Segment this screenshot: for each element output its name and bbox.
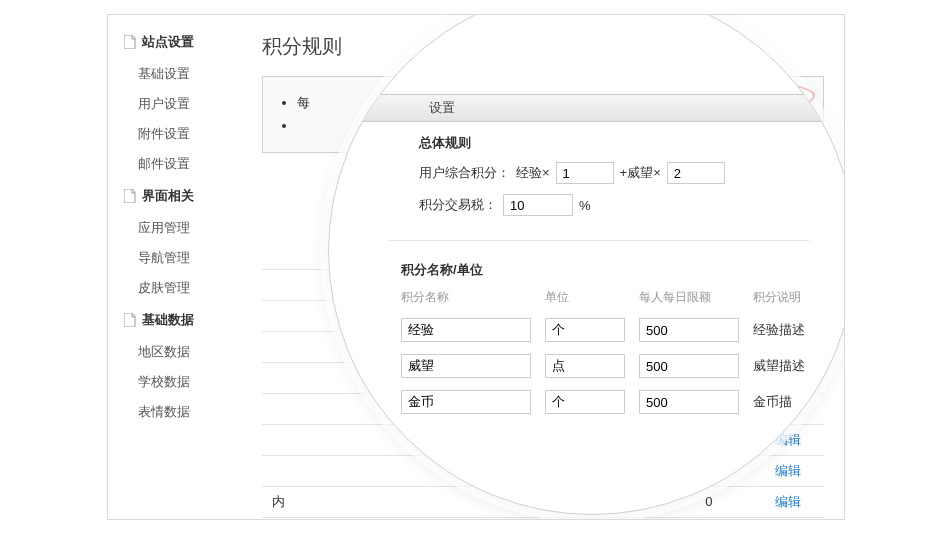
col-unit: 单位 xyxy=(545,289,625,306)
tax-row: 积分交易税： % xyxy=(389,194,809,216)
limit-input[interactable] xyxy=(639,390,739,414)
sidebar-group-title: 基础数据 xyxy=(142,311,194,329)
sidebar-item-basic[interactable]: 基础设置 xyxy=(108,59,238,89)
tax-input[interactable] xyxy=(503,194,573,216)
sidebar-item-app[interactable]: 应用管理 xyxy=(108,213,238,243)
col-desc: 积分说明 xyxy=(753,289,833,306)
name-input[interactable] xyxy=(401,390,531,414)
desc-text: 经验描述 xyxy=(753,321,833,339)
sidebar-group-title: 站点设置 xyxy=(142,33,194,51)
sidebar-group-site: 站点设置 xyxy=(108,25,238,59)
unit-input[interactable] xyxy=(545,390,625,414)
limit-input[interactable] xyxy=(639,318,739,342)
unit-input[interactable] xyxy=(545,354,625,378)
edit-link[interactable]: 编辑 xyxy=(765,486,825,517)
overall-rules-title: 总体规则 xyxy=(419,134,809,152)
prestige-weight-input[interactable] xyxy=(667,162,725,184)
magnifier-header: 设置 xyxy=(329,94,844,122)
names-title: 积分名称/单位 xyxy=(401,261,809,279)
sidebar-item-emoji[interactable]: 表情数据 xyxy=(108,397,238,427)
desc-text: 威望描述 xyxy=(753,357,833,375)
name-input[interactable] xyxy=(401,354,531,378)
sidebar-group-ui: 界面相关 xyxy=(108,179,238,213)
col-name: 积分名称 xyxy=(401,289,531,306)
sidebar-item-mail[interactable]: 邮件设置 xyxy=(108,149,238,179)
sidebar-item-school[interactable]: 学校数据 xyxy=(108,367,238,397)
sidebar-item-user[interactable]: 用户设置 xyxy=(108,89,238,119)
edit-link[interactable]: 编辑 xyxy=(765,455,825,486)
sidebar-item-nav[interactable]: 导航管理 xyxy=(108,243,238,273)
name-input[interactable] xyxy=(401,318,531,342)
exp-weight-input[interactable] xyxy=(556,162,614,184)
unit-input[interactable] xyxy=(545,318,625,342)
app-card: 站点设置 基础设置 用户设置 附件设置 邮件设置 界面相关 应用管理 导航管理 … xyxy=(107,14,845,520)
sidebar-group-title: 界面相关 xyxy=(142,187,194,205)
col-limit: 每人每日限额 xyxy=(639,289,739,306)
document-icon xyxy=(124,189,136,203)
sidebar-item-skin[interactable]: 皮肤管理 xyxy=(108,273,238,303)
limit-input[interactable] xyxy=(639,354,739,378)
table-row: 内容被100编辑 xyxy=(262,517,824,519)
sidebar-group-data: 基础数据 xyxy=(108,303,238,337)
sidebar-item-region[interactable]: 地区数据 xyxy=(108,337,238,367)
composite-score-row: 用户综合积分： 经验× +威望× xyxy=(389,162,809,184)
edit-link[interactable]: 编辑 xyxy=(765,517,825,519)
document-icon xyxy=(124,313,136,327)
sidebar-item-attach[interactable]: 附件设置 xyxy=(108,119,238,149)
document-icon xyxy=(124,35,136,49)
sidebar: 站点设置 基础设置 用户设置 附件设置 邮件设置 界面相关 应用管理 导航管理 … xyxy=(108,15,238,519)
main: 积分规则 每 修改设置 金币 10编辑 2 xyxy=(238,15,844,519)
